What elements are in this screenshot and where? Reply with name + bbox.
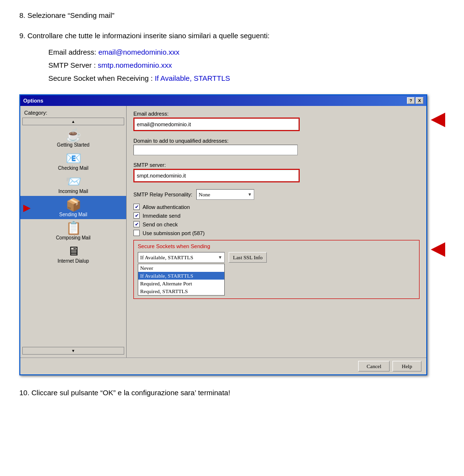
send-on-check-label: Send on check <box>143 222 178 227</box>
ssl-dropdown-list: Never If Available, STARTTLS Required, A… <box>138 264 225 296</box>
email-address-group: Email address: <box>133 111 420 134</box>
sidebar-item-label-getting-started: Getting Started <box>57 142 89 148</box>
ssl-dropdown[interactable]: If Available, STARTTLS ▼ <box>138 252 225 263</box>
sidebar-item-label-sending-mail: Sending Mail <box>59 212 87 217</box>
sidebar-item-composing-mail[interactable]: 📋 Composing Mail <box>20 219 126 242</box>
step-10-number: 10. <box>19 388 29 397</box>
secure-sockets-label: Secure Sockets when Sending <box>138 243 415 249</box>
sidebar-scroll-down[interactable]: ▼ <box>22 347 124 355</box>
sidebar-item-label-internet-dialup: Internet Dialup <box>58 258 89 264</box>
red-arrow-bottom-icon: ◀ <box>431 238 445 259</box>
arrow-icon: ▶ <box>23 202 30 213</box>
help-button[interactable]: ? <box>407 97 415 104</box>
step-9: 9. Controllare che tutte le informazioni… <box>19 30 445 85</box>
dialog-sidebar: Category: ▲ ☕ Getting Started 📧 Checking… <box>20 106 127 357</box>
domain-input-wrap <box>133 145 298 155</box>
smtp-server-group: SMTP server: <box>133 162 420 185</box>
internet-dialup-icon: 🖥 <box>67 245 80 257</box>
sending-mail-icon: 📦 <box>66 198 81 211</box>
ssl-option-required-starttls[interactable]: Required, STARTTLS <box>138 287 224 295</box>
smtp-server-input-wrap <box>133 169 300 182</box>
ssl-option-required-alternate[interactable]: Required, Alternate Port <box>138 280 224 287</box>
step-10-text: Cliccare sul pulsante “OK” e la configur… <box>31 388 230 397</box>
cancel-button[interactable]: Cancel <box>358 361 390 372</box>
domain-label: Domain to add to unqualified addresses: <box>133 138 420 144</box>
close-button[interactable]: X <box>416 97 423 104</box>
sidebar-item-checking-mail[interactable]: 📧 Checking Mail <box>20 149 126 173</box>
dialog-content: Category: ▲ ☕ Getting Started 📧 Checking… <box>20 106 426 357</box>
step-10: 10. Cliccare sul pulsante “OK” e la conf… <box>19 387 445 399</box>
immediate-send-checkbox[interactable]: ✔ <box>133 212 140 219</box>
allow-auth-label: Allow authentication <box>143 204 190 210</box>
secure-sockets-box: Secure Sockets when Sending If Available… <box>133 240 420 299</box>
dialog-wrapper: Options ? X Category: ▲ ☕ Getting Starte… <box>19 94 445 375</box>
sidebar-item-sending-mail[interactable]: ▶ 📦 Sending Mail <box>20 196 126 219</box>
smtp-relay-value: None <box>199 192 210 197</box>
socket-field-value: If Available, STARTTLS <box>155 74 230 82</box>
domain-group: Domain to add to unqualified addresses: <box>133 138 420 158</box>
smtp-server-input[interactable] <box>135 170 298 181</box>
smtp-relay-dropdown[interactable]: None ▼ <box>196 189 254 200</box>
sidebar-item-label-incoming-mail: Incoming Mail <box>58 189 88 194</box>
email-field-value: email@nomedominio.xxx <box>98 48 179 56</box>
dialog-footer: Cancel Help <box>20 357 426 374</box>
checkbox-allow-auth: ✔ Allow authentication <box>133 204 420 210</box>
smtp-field-value: smtp.nomedominio.xxx <box>98 61 172 69</box>
sidebar-item-incoming-mail[interactable]: 📨 Incoming Mail <box>20 173 126 196</box>
dropdown-arrow-icon: ▼ <box>247 192 252 197</box>
options-dialog: Options ? X Category: ▲ ☕ Getting Starte… <box>19 94 427 375</box>
domain-input[interactable] <box>133 145 298 155</box>
sidebar-item-internet-dialup[interactable]: 🖥 Internet Dialup <box>20 242 126 266</box>
sidebar-item-getting-started[interactable]: ☕ Getting Started <box>20 126 126 149</box>
allow-auth-checkbox[interactable]: ✔ <box>133 204 140 210</box>
checking-mail-icon: 📧 <box>66 152 81 164</box>
ssl-option-never[interactable]: Never <box>138 264 224 272</box>
email-address-input-wrap <box>133 118 300 131</box>
red-arrow-top-icon: ◀ <box>431 109 445 129</box>
email-address-label: Email address: <box>133 111 420 117</box>
submission-port-label: Use submission port (587) <box>143 230 204 236</box>
step-8: 8. Selezionare “Sending mail” <box>19 10 445 21</box>
smtp-relay-label: SMTP Relay Personality: <box>133 192 192 197</box>
incoming-mail-icon: 📨 <box>66 175 81 188</box>
dialog-titlebar: Options ? X <box>20 95 426 106</box>
sidebar-item-label-composing-mail: Composing Mail <box>56 235 91 240</box>
step-9-number: 9. <box>19 31 26 40</box>
dialog-title: Options <box>23 98 44 104</box>
ssl-dropdown-arrow-icon: ▼ <box>218 255 222 260</box>
sidebar-list: ☕ Getting Started 📧 Checking Mail 📨 Inco… <box>20 126 126 346</box>
smtp-field-label: SMTP Server : <box>48 61 98 69</box>
checkbox-send-on-check: ✔ Send on check <box>133 221 420 227</box>
red-arrows-column: ◀ ◀ <box>431 94 445 346</box>
submission-port-checkbox[interactable] <box>133 230 140 236</box>
email-address-input[interactable] <box>135 119 298 130</box>
checkbox-submission-port: Use submission port (587) <box>133 230 420 236</box>
email-field-label: Email address: <box>48 48 98 56</box>
sidebar-category-label: Category: <box>20 108 126 117</box>
last-ssl-button[interactable]: Last SSL Info <box>229 252 267 263</box>
ssl-option-if-available[interactable]: If Available, STARTTLS <box>138 272 224 280</box>
checkbox-immediate-send: ✔ Immediate send <box>133 212 420 219</box>
ssl-dropdown-value: If Available, STARTTLS <box>140 254 193 260</box>
dialog-controls: ? X <box>407 97 423 104</box>
dialog-main: Email address: Domain to add to unqualif… <box>127 106 426 357</box>
step-8-text: Selezionare “Sending mail” <box>28 11 115 19</box>
smtp-relay-row: SMTP Relay Personality: None ▼ <box>133 189 420 200</box>
composing-mail-icon: 📋 <box>66 222 81 234</box>
send-on-check-checkbox[interactable]: ✔ <box>133 221 140 227</box>
step-8-title: 8. <box>19 11 26 19</box>
help-dialog-button[interactable]: Help <box>392 361 421 372</box>
smtp-server-label: SMTP server: <box>133 162 420 168</box>
step-9-text: Controllare che tutte le informazioni in… <box>28 31 270 40</box>
secure-sockets-row: If Available, STARTTLS ▼ Last SSL Info <box>138 252 415 263</box>
sidebar-scroll-up[interactable]: ▲ <box>22 118 124 125</box>
socket-field-label: Secure Socket when Receiving : <box>48 74 155 82</box>
cup-icon: ☕ <box>66 129 81 141</box>
immediate-send-label: Immediate send <box>143 213 180 219</box>
sidebar-item-label-checking-mail: Checking Mail <box>58 165 88 171</box>
